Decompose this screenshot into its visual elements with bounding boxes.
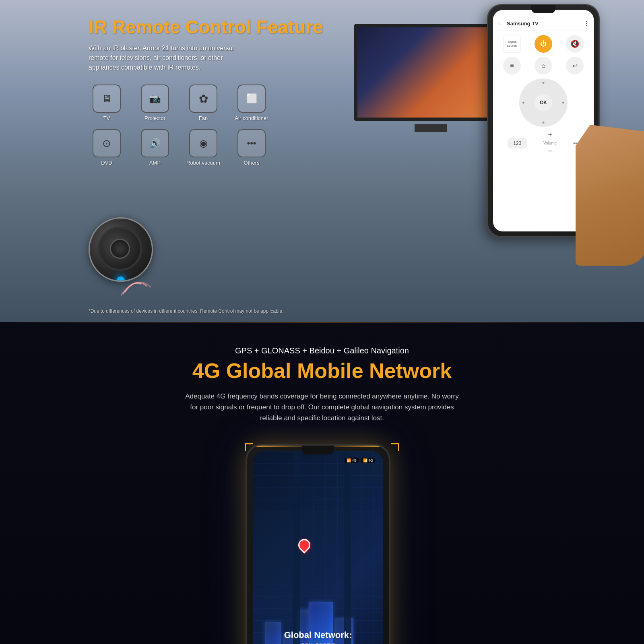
vol-label: Volume — [543, 141, 557, 145]
vacuum-icon-box: ◉ — [189, 129, 217, 157]
num-btn[interactable]: 123 — [508, 138, 527, 149]
dpad-dot-bottom — [543, 122, 545, 124]
fan-icon: ✿ — [199, 92, 208, 105]
dpad-dot-left — [522, 102, 524, 104]
gps-subtitle: GPS + GLONASS + Beidou + Galileo Navigat… — [235, 346, 409, 355]
signal-badges: 📶 4G 📶 4G — [345, 458, 375, 463]
vacuum-icon: ◉ — [199, 138, 208, 149]
dpad-dot-right — [562, 102, 564, 104]
phone-notch — [531, 5, 555, 13]
signal-badge-2: 📶 4G — [361, 458, 375, 463]
volume-control: + Volume − — [543, 131, 557, 155]
others-icon-box: ••• — [237, 129, 266, 157]
dvd-icon-box: ⊙ — [93, 129, 121, 157]
back-ctrl-btn[interactable]: ↩ — [566, 57, 584, 74]
corner-tl — [245, 443, 253, 451]
dvd-icon: ⊙ — [102, 137, 111, 150]
projector-label: Projector — [144, 115, 165, 121]
map-pin — [298, 539, 310, 551]
network-title: Global Network: — [253, 630, 383, 640]
others-label: Others — [244, 160, 259, 166]
gps-section: GPS + GLONASS + Beidou + Galileo Navigat… — [0, 322, 644, 644]
dpad-dot-top — [543, 82, 545, 84]
app-title: Samsung TV — [507, 21, 580, 27]
home-btn[interactable]: ⌂ — [535, 57, 552, 74]
fan-icon-box: ✿ — [189, 85, 217, 113]
dpad: OK — [519, 78, 568, 127]
icon-item-fan[interactable]: ✿ Fan — [185, 85, 221, 121]
ac-label: Air conditioner — [235, 115, 268, 121]
corner-tr — [391, 443, 399, 451]
vacuum-label: Robot vacuum — [186, 160, 220, 166]
vol-plus-btn[interactable]: + — [548, 131, 552, 139]
ir-description: With an IR blaster, Armor 21 turns into … — [89, 43, 242, 72]
pin-circle — [296, 537, 313, 553]
fan-label: Fan — [199, 115, 208, 121]
signal-source-btn[interactable]: Signal source — [503, 35, 521, 53]
ctrl-row-1: Signal source ⏻ 🔇 — [496, 35, 590, 53]
gps-phone-mockup: 📶 4G 📶 4G Global Network: GSM: B2/3/5/8 — [246, 444, 398, 644]
gps-screen: 📶 4G 📶 4G Global Network: GSM: B2/3/5/8 — [253, 451, 383, 644]
icon-item-amp[interactable]: 🔊 AMP — [137, 129, 173, 166]
icon-item-vacuum[interactable]: ◉ Robot vacuum — [185, 129, 221, 166]
tv-icon-box: 🖥 — [93, 85, 121, 113]
network-specs: GSM: B2/3/5/8 WCDMA: B1/2/4/5/8 LTE-FDD:… — [253, 640, 383, 644]
network-info: Global Network: GSM: B2/3/5/8 WCDMA: B1/… — [253, 630, 383, 644]
mute-button[interactable]: 🔇 — [566, 35, 584, 53]
sound-waves — [121, 272, 161, 296]
disclaimer-text: *Due to differences of devices in differ… — [89, 308, 284, 314]
others-icon: ••• — [247, 138, 256, 149]
menu-button[interactable]: ⋮ — [583, 20, 590, 27]
gps-description: Adequate 4G frequency bands coverage for… — [181, 391, 463, 424]
remote-controls: Signal source ⏻ 🔇 ≡ ⌂ ↩ — [493, 31, 594, 159]
gps-title: 4G Global Mobile Network — [192, 359, 452, 383]
power-button[interactable]: ⏻ — [535, 35, 552, 53]
tv-icon: 🖥 — [101, 93, 112, 105]
icon-item-ac[interactable]: ⬜ Air conditioner — [233, 85, 270, 121]
signal-icon-2: 📶 — [363, 458, 367, 462]
dpad-circle: OK — [519, 78, 568, 127]
signal-source-label: Signal source — [505, 40, 519, 47]
projector-icon: 📷 — [149, 93, 161, 104]
amp-icon-box: 🔊 — [141, 129, 169, 157]
ok-button[interactable]: OK — [535, 94, 552, 111]
vol-minus-btn[interactable]: − — [548, 147, 552, 155]
top-divider — [0, 322, 644, 322]
phone-mockup: ← Samsung TV ⋮ Signal source ⏻ 🔇 — [487, 4, 624, 278]
hand — [576, 125, 644, 266]
ir-section: IR Remote Control Feature With an IR bla… — [0, 0, 644, 322]
tv-label: TV — [103, 115, 110, 121]
signal-badge-1: 📶 4G — [345, 458, 359, 463]
gps-phone-body: 📶 4G 📶 4G Global Network: GSM: B2/3/5/8 — [246, 444, 390, 644]
signal-icon: 📶 — [347, 458, 351, 462]
menu-ctrl-btn[interactable]: ≡ — [503, 57, 521, 74]
icon-item-tv[interactable]: 🖥 TV — [89, 85, 125, 121]
map-background: 📶 4G 📶 4G Global Network: GSM: B2/3/5/8 — [253, 451, 383, 644]
icon-item-projector[interactable]: 📷 Projector — [137, 85, 173, 121]
back-button[interactable]: ← — [497, 20, 504, 27]
amp-label: AMP — [149, 160, 161, 166]
icon-item-others[interactable]: ••• Others — [233, 129, 270, 166]
ac-icon-box: ⬜ — [237, 85, 266, 113]
road-v2 — [344, 451, 351, 644]
gps-phone-notch — [302, 446, 334, 454]
amp-icon: 🔊 — [150, 138, 161, 149]
ctrl-row-2: ≡ ⌂ ↩ — [496, 57, 590, 74]
projector-icon-box: 📷 — [141, 85, 169, 113]
icon-item-dvd[interactable]: ⊙ DVD — [89, 129, 125, 166]
dvd-label: DVD — [101, 160, 112, 166]
ac-icon: ⬜ — [246, 93, 257, 104]
